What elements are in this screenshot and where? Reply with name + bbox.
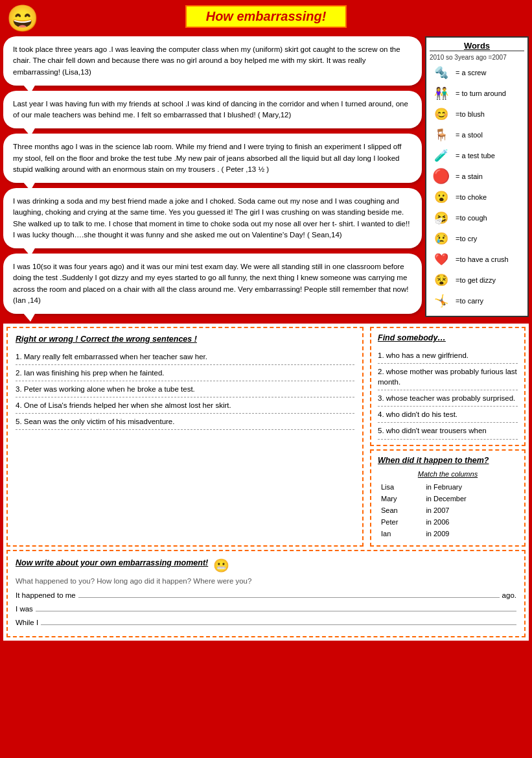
exercises-row: Right or wrong ! Correct the wrong sente… xyxy=(3,324,529,550)
writing-line-2-input[interactable] xyxy=(36,602,516,611)
stool-icon: 🪑 xyxy=(430,126,452,144)
word-crush: ❤️ =to have a crush xyxy=(430,250,524,268)
writing-line-1: It happened to me ago. xyxy=(16,589,516,599)
words-year-note: 2010 so 3years ago =2007 xyxy=(430,54,524,61)
writing-title: Now write about your own embarrassing mo… xyxy=(16,558,208,567)
exercise3-box: When did it happen to them? Match the co… xyxy=(370,449,526,547)
word-stool: 🪑 = a stool xyxy=(430,126,524,144)
word-cough: 🤧 =to cough xyxy=(430,209,524,227)
words-sidebar: Words 2010 so 3years ago =2007 🔩 = a scr… xyxy=(425,36,529,317)
match-row-ian: Ian in 2009 xyxy=(379,528,516,539)
exercise3-subtitle: Match the columns xyxy=(378,470,518,478)
word-screw: 🔩 = a screw xyxy=(430,64,524,82)
match-row-peter: Peter in 2006 xyxy=(379,517,516,527)
writing-line-2: I was xyxy=(16,602,516,613)
page-title: How embarrassing! xyxy=(206,9,327,23)
main-area: It took place three years ago .I was lea… xyxy=(0,33,532,320)
match-table: Lisa in February Mary in December Sean i… xyxy=(378,480,518,540)
right-exercises: Find somebody… 1. who has a new girlfrie… xyxy=(370,327,526,547)
story-sean: I was drinking a soda and my best friend… xyxy=(3,188,422,248)
choke-icon: 😮 xyxy=(430,188,452,206)
words-title: Words xyxy=(430,41,524,51)
stain-icon: 🔴 xyxy=(430,167,452,185)
writing-line-3-input[interactable] xyxy=(41,616,516,625)
header: 😄 How embarrassing! xyxy=(0,0,532,33)
writing-emoji: 😬 xyxy=(213,558,229,573)
carry-icon: 🤸 xyxy=(430,292,452,310)
exercise2-title: Find somebody… xyxy=(378,333,518,342)
writing-section: Now write about your own embarrassing mo… xyxy=(6,550,526,637)
turn-around-icon: 👫 xyxy=(430,84,452,102)
word-stain: 🔴 = a stain xyxy=(430,167,524,185)
bottom-wrapper: Right or wrong ! Correct the wrong sente… xyxy=(3,324,529,641)
exercise2-item-2: 2. whose mother was probably furious las… xyxy=(378,364,518,390)
word-blush: 😊 =to blush xyxy=(430,105,524,123)
exercise3-title: When did it happen to them? xyxy=(378,456,518,465)
word-turn-around: 👫 = to turn around xyxy=(430,84,524,102)
story-mary: Last year I was having fun with my frien… xyxy=(3,91,422,129)
exercise2-item-5: 5. who didn't wear trousers when xyxy=(378,423,518,439)
story-ian: I was 10(so it was four years ago) and i… xyxy=(3,254,422,314)
word-carry: 🤸 =to carry xyxy=(430,292,524,310)
stories-column: It took place three years ago .I was lea… xyxy=(3,36,422,317)
writing-line-1-input[interactable] xyxy=(78,589,500,598)
exercise1-title: Right or wrong ! Correct the wrong sente… xyxy=(16,335,354,344)
story-peter: Three months ago I was in the science la… xyxy=(3,134,422,183)
cry-icon: 😢 xyxy=(430,230,452,248)
screw-icon: 🔩 xyxy=(430,64,452,82)
match-row-mary: Mary in December xyxy=(379,493,516,504)
match-row-lisa: Lisa in February xyxy=(379,482,516,492)
exercise1-item-2: 2. Ian was finishing his prep when he fa… xyxy=(16,365,354,381)
exercise2-item-4: 4. who didn't do his test. xyxy=(378,407,518,423)
writing-prompt: What happened to you? How long ago did i… xyxy=(16,577,516,585)
exercise1-box: Right or wrong ! Correct the wrong sente… xyxy=(6,327,364,547)
cough-icon: 🤧 xyxy=(430,209,452,227)
word-cry: 😢 =to cry xyxy=(430,230,524,248)
word-choke: 😮 =to choke xyxy=(430,188,524,206)
word-test-tube: 🧪 = a test tube xyxy=(430,147,524,165)
exercise2-box: Find somebody… 1. who has a new girlfrie… xyxy=(370,327,526,446)
title-box: How embarrassing! xyxy=(185,5,347,28)
exercise1-item-4: 4. One of Lisa's friends helped her when… xyxy=(16,397,354,414)
match-row-sean: Sean in 2007 xyxy=(379,505,516,515)
exercise1-item-1: 1. Mary really felt embarrassed when her… xyxy=(16,349,354,365)
exercise2-item-3: 3. whose teacher was probably surprised. xyxy=(378,390,518,407)
crush-icon: ❤️ xyxy=(430,250,452,268)
writing-line-3: While I xyxy=(16,616,516,626)
dizzy-icon: 😵 xyxy=(430,271,452,289)
word-dizzy: 😵 =to get dizzy xyxy=(430,271,524,289)
exercise1-item-3: 3. Peter was working alone when he broke… xyxy=(16,381,354,397)
exercise1-item-5: 5. Sean was the only victim of his misad… xyxy=(16,414,354,430)
header-emoji: 😄 xyxy=(6,3,39,34)
story-lisa: It took place three years ago .I was lea… xyxy=(3,36,422,86)
blush-icon: 😊 xyxy=(430,105,452,123)
test-tube-icon: 🧪 xyxy=(430,147,452,165)
exercise2-item-1: 1. who has a new girlfriend. xyxy=(378,348,518,364)
